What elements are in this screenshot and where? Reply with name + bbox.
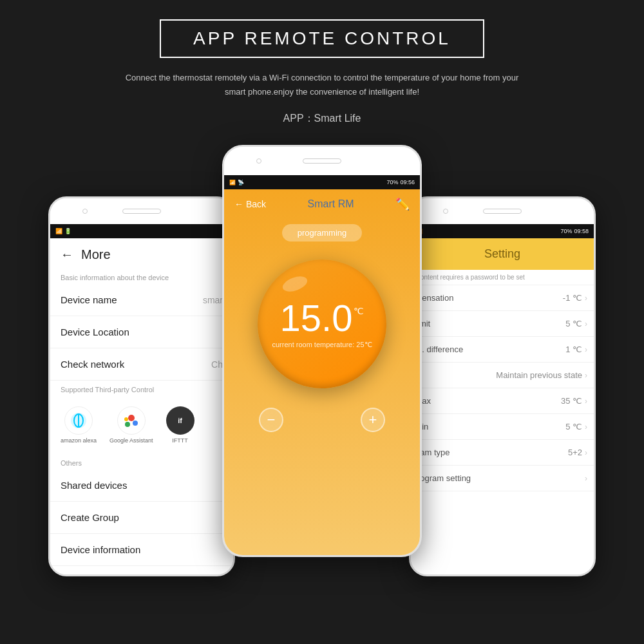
svg-point-3 [128, 415, 135, 421]
back-arrow-icon[interactable]: ← [61, 247, 73, 262]
alexa-label: amazon alexa [61, 437, 97, 444]
setting-val-2: 1 ℃ › [565, 345, 587, 354]
setting-key-7: rogram setting [417, 473, 471, 483]
center-status-right: 70% 09:56 [386, 179, 415, 185]
center-wifi-icon: 📡 [238, 180, 244, 185]
more-title: More [81, 247, 111, 262]
temp-unit-display: ℃ [354, 306, 364, 316]
center-header: ← Back Smart RM ✏️ [224, 189, 420, 219]
left-header: ← More [50, 238, 233, 269]
google-logo [117, 406, 146, 435]
phones-container: 📶 🔋 ← More Basic information about the d… [0, 145, 644, 576]
left-phone-top [50, 198, 233, 224]
setting-val-7: › [585, 474, 587, 483]
google-icon-item[interactable]: Google Assistant [109, 406, 153, 444]
svg-point-6 [124, 417, 128, 421]
center-back-btn[interactable]: ← Back [234, 199, 266, 209]
device-location-item[interactable]: Device Location [50, 316, 233, 348]
alexa-icon-item[interactable]: amazon alexa [61, 406, 97, 444]
thermostat-controls: − + [259, 408, 385, 432]
minus-btn[interactable]: − [259, 408, 283, 432]
setting-item-4[interactable]: nax 35 ℃ › [411, 388, 594, 414]
device-name-label: Device name [61, 294, 117, 305]
signal-icon: 📶 [55, 228, 62, 234]
check-network-item[interactable]: Check network Ch [50, 348, 233, 381]
left-status-bar: 📶 🔋 [50, 224, 233, 238]
chevron-icon-7: › [585, 474, 587, 483]
app-label: APP：Smart Life [283, 112, 361, 126]
plus-btn[interactable]: + [361, 408, 385, 432]
setting-item-1[interactable]: imit 5 ℃ › [411, 311, 594, 337]
subtitle: Connect the thermostat remotely via a Wi… [126, 71, 519, 99]
google-label: Google Assistant [109, 437, 153, 444]
setting-title: Setting [484, 247, 520, 260]
setting-item-0[interactable]: pensation -1 ℃ › [411, 285, 594, 311]
shared-devices-label: Shared devices [61, 480, 127, 491]
setting-item-3[interactable]: e Maintain previous state › [411, 363, 594, 388]
ifttt-logo: if [166, 406, 194, 435]
chevron-icon-1: › [585, 319, 587, 328]
temp-display-wrapper: 15.0 ℃ [280, 299, 365, 337]
circle-shine [281, 274, 309, 294]
setting-header: Setting [411, 238, 594, 270]
right-status-bar: 📶 70% 09:58 [411, 224, 594, 238]
left-speaker [122, 209, 161, 214]
create-group-item[interactable]: Create Group [50, 502, 233, 534]
device-info-label: Device information [61, 544, 140, 555]
page-title: APP REMOTE CONTROL [193, 28, 451, 49]
third-party-section: amazon alexa Google [50, 396, 233, 454]
center-back-label: Back [246, 199, 266, 209]
chevron-icon-5: › [585, 422, 587, 431]
section1-label: Basic information about the device [50, 269, 233, 284]
center-status-bar: 📶 📡 70% 09:56 [224, 175, 420, 189]
setting-item-6[interactable]: ram type 5+2 › [411, 440, 594, 466]
current-temp-label: current room temperature: 25℃ [272, 341, 372, 349]
page-container: APP REMOTE CONTROL Connect the thermosta… [0, 0, 644, 644]
shared-devices-item[interactable]: Shared devices [50, 469, 233, 502]
left-camera [82, 209, 88, 214]
center-camera [256, 158, 261, 164]
feedback-item[interactable]: Feedback [50, 566, 233, 576]
right-phone: 📶 70% 09:58 Setting content requires a p… [409, 196, 596, 576]
right-time: 09:58 [574, 228, 589, 234]
setting-item-2[interactable]: o. difference 1 ℃ › [411, 337, 594, 363]
svg-point-5 [125, 422, 130, 427]
ifttt-icon-item[interactable]: if IFTTT [166, 406, 194, 444]
section2-label: Supported Third-party Control [50, 381, 233, 396]
chevron-icon-4: › [585, 397, 587, 406]
right-speaker [483, 209, 522, 214]
programming-btn[interactable]: programming [282, 224, 363, 242]
right-screen: Setting content requires a password to b… [411, 238, 594, 576]
device-location-label: Device Location [61, 327, 129, 337]
center-signal-icon: 📶 [229, 180, 236, 185]
setting-items: pensation -1 ℃ › imit 5 ℃ › o. differenc… [411, 285, 594, 491]
device-name-item[interactable]: Device name smar [50, 284, 233, 316]
setting-val-3: Maintain previous state › [496, 370, 587, 380]
setting-val-5: 5 ℃ › [565, 422, 587, 431]
wifi-icon: 🔋 [64, 228, 71, 234]
third-party-icons: amazon alexa Google [61, 402, 223, 448]
setting-val-1: 5 ℃ › [565, 319, 587, 328]
right-phone-top [411, 198, 594, 224]
chevron-icon-2: › [585, 345, 587, 354]
device-info-item[interactable]: Device information [50, 534, 233, 566]
center-time: 09:56 [400, 179, 415, 185]
temperature-display: 15.0 [280, 299, 353, 337]
center-edit-icon[interactable]: ✏️ [395, 197, 410, 211]
right-battery: 70% [560, 228, 572, 234]
setting-note: content requires a password to be set [411, 270, 594, 285]
center-screen: ← Back Smart RM ✏️ programming 15.0 ℃ cu… [224, 189, 420, 557]
center-screen-title: Smart RM [308, 198, 354, 210]
center-phone: 📶 📡 70% 09:56 ← Back Smart RM ✏️ [222, 145, 422, 557]
setting-key-6: ram type [417, 448, 450, 457]
setting-val-6: 5+2 › [568, 448, 587, 457]
center-speaker [303, 158, 341, 164]
left-screen: ← More Basic information about the devic… [50, 238, 233, 576]
setting-key-0: pensation [417, 293, 453, 303]
title-box: APP REMOTE CONTROL [160, 19, 484, 58]
setting-item-5[interactable]: nin 5 ℃ › [411, 414, 594, 440]
chevron-icon-0: › [585, 294, 587, 303]
setting-item-7[interactable]: rogram setting › [411, 466, 594, 491]
chevron-icon-6: › [585, 448, 587, 457]
check-network-label: Check network [61, 359, 124, 370]
